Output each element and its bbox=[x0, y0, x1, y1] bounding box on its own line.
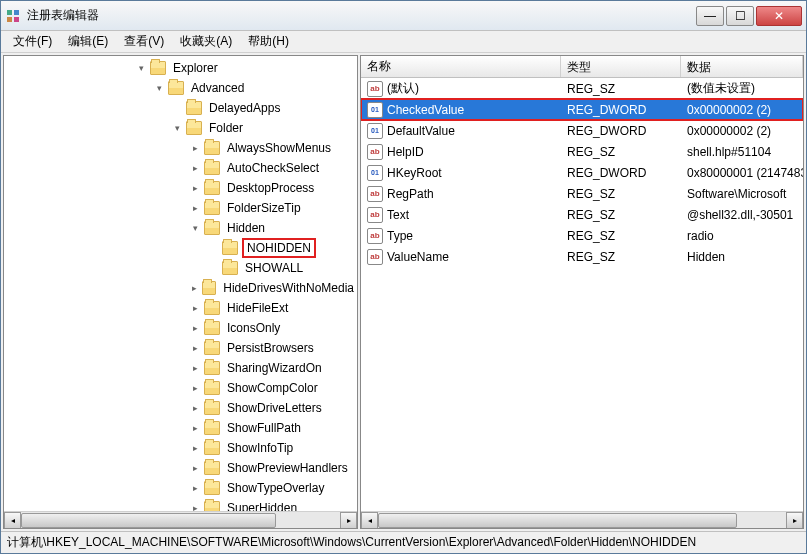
tree-node-autocheckselect[interactable]: ▸AutoCheckSelect bbox=[4, 158, 357, 178]
list-row[interactable]: HelpIDREG_SZshell.hlp#51104 bbox=[361, 141, 803, 162]
menu-edit[interactable]: 编辑(E) bbox=[60, 31, 116, 52]
list-row[interactable]: TextREG_SZ@shell32.dll,-30501 bbox=[361, 204, 803, 225]
tree-node-foldersizetip[interactable]: ▸FolderSizeTip bbox=[4, 198, 357, 218]
svg-rect-0 bbox=[7, 10, 12, 15]
tree-node-hidefileext[interactable]: ▸HideFileExt bbox=[4, 298, 357, 318]
expander-icon[interactable]: ▸ bbox=[188, 501, 202, 511]
tree-node-iconsonly[interactable]: ▸IconsOnly bbox=[4, 318, 357, 338]
expander-icon[interactable]: ▸ bbox=[188, 401, 202, 415]
menu-help[interactable]: 帮助(H) bbox=[240, 31, 297, 52]
tree-node-showcompcolor[interactable]: ▸ShowCompColor bbox=[4, 378, 357, 398]
tree-node-showpreviewhandlers[interactable]: ▸ShowPreviewHandlers bbox=[4, 458, 357, 478]
value-name: Text bbox=[387, 208, 409, 222]
tree-node-sharingwizardon[interactable]: ▸SharingWizardOn bbox=[4, 358, 357, 378]
svg-rect-2 bbox=[7, 17, 12, 22]
tree-node-delayedapps[interactable]: DelayedApps bbox=[4, 98, 357, 118]
menu-file[interactable]: 文件(F) bbox=[5, 31, 60, 52]
expander-icon[interactable]: ▸ bbox=[188, 481, 202, 495]
expander-icon[interactable]: ▸ bbox=[188, 141, 202, 155]
expander-icon[interactable]: ▸ bbox=[188, 321, 202, 335]
scroll-track[interactable] bbox=[21, 512, 340, 529]
close-button[interactable]: ✕ bbox=[756, 6, 802, 26]
menu-favorites[interactable]: 收藏夹(A) bbox=[172, 31, 240, 52]
scroll-track[interactable] bbox=[378, 512, 786, 529]
cell-type: REG_DWORD bbox=[561, 122, 681, 140]
tree-label: PersistBrowsers bbox=[224, 340, 317, 356]
expander-icon[interactable]: ▾ bbox=[188, 221, 202, 235]
expander-icon[interactable]: ▾ bbox=[170, 121, 184, 135]
tree-node-hidedriveswithnomedia[interactable]: ▸HideDrivesWithNoMedia bbox=[4, 278, 357, 298]
tree-node-showtypeoverlay[interactable]: ▸ShowTypeOverlay bbox=[4, 478, 357, 498]
string-value-icon bbox=[367, 207, 383, 223]
cell-data: @shell32.dll,-30501 bbox=[681, 206, 803, 224]
list-row[interactable]: (默认)REG_SZ(数值未设置) bbox=[361, 78, 803, 99]
expander-icon[interactable]: ▸ bbox=[188, 381, 202, 395]
folder-icon bbox=[204, 501, 220, 511]
app-icon bbox=[5, 8, 21, 24]
tree-view[interactable]: ▾Explorer▾AdvancedDelayedApps▾Folder▸Alw… bbox=[4, 56, 357, 511]
column-type[interactable]: 类型 bbox=[561, 56, 681, 77]
tree-node-superhidden[interactable]: ▸SuperHidden bbox=[4, 498, 357, 511]
expander-icon[interactable]: ▸ bbox=[188, 301, 202, 315]
tree-node-explorer[interactable]: ▾Explorer bbox=[4, 58, 357, 78]
tree-node-showfullpath[interactable]: ▸ShowFullPath bbox=[4, 418, 357, 438]
expander-icon[interactable]: ▸ bbox=[188, 361, 202, 375]
tree-node-showdriveletters[interactable]: ▸ShowDriveLetters bbox=[4, 398, 357, 418]
tree-node-showinfotip[interactable]: ▸ShowInfoTip bbox=[4, 438, 357, 458]
expander-icon[interactable]: ▾ bbox=[152, 81, 166, 95]
menu-view[interactable]: 查看(V) bbox=[116, 31, 172, 52]
tree-label: HideDrivesWithNoMedia bbox=[220, 280, 357, 296]
tree-node-showall[interactable]: SHOWALL bbox=[4, 258, 357, 278]
list-row[interactable]: HKeyRootREG_DWORD0x80000001 (2147483649) bbox=[361, 162, 803, 183]
value-name: HKeyRoot bbox=[387, 166, 442, 180]
cell-data: Hidden bbox=[681, 248, 803, 266]
tree-label: HideFileExt bbox=[224, 300, 291, 316]
scroll-thumb[interactable] bbox=[21, 513, 276, 528]
tree-node-folder[interactable]: ▾Folder bbox=[4, 118, 357, 138]
menubar: 文件(F) 编辑(E) 查看(V) 收藏夹(A) 帮助(H) bbox=[1, 31, 806, 53]
tree-panel: ▾Explorer▾AdvancedDelayedApps▾Folder▸Alw… bbox=[3, 55, 358, 529]
status-path: 计算机\HKEY_LOCAL_MACHINE\SOFTWARE\Microsof… bbox=[7, 534, 696, 551]
scroll-left-icon[interactable]: ◂ bbox=[4, 512, 21, 529]
cell-data: 0x00000002 (2) bbox=[681, 101, 803, 119]
column-name[interactable]: 名称 bbox=[361, 56, 561, 77]
expander-icon[interactable]: ▸ bbox=[188, 441, 202, 455]
scroll-right-icon[interactable]: ▸ bbox=[786, 512, 803, 529]
list-row[interactable]: RegPathREG_SZSoftware\Microsoft bbox=[361, 183, 803, 204]
value-name: ValueName bbox=[387, 250, 449, 264]
cell-name: ValueName bbox=[361, 247, 561, 267]
expander-icon[interactable]: ▸ bbox=[188, 421, 202, 435]
expander-icon[interactable]: ▾ bbox=[134, 61, 148, 75]
tree-node-desktopprocess[interactable]: ▸DesktopProcess bbox=[4, 178, 357, 198]
list-row[interactable]: ValueNameREG_SZHidden bbox=[361, 246, 803, 267]
list-row[interactable]: DefaultValueREG_DWORD0x00000002 (2) bbox=[361, 120, 803, 141]
list-view[interactable]: (默认)REG_SZ(数值未设置)CheckedValueREG_DWORD0x… bbox=[361, 78, 803, 511]
expander-icon[interactable]: ▸ bbox=[188, 181, 202, 195]
titlebar[interactable]: 注册表编辑器 — ☐ ✕ bbox=[1, 1, 806, 31]
list-hscroll[interactable]: ◂ ▸ bbox=[361, 511, 803, 528]
tree-node-nohidden[interactable]: NOHIDDEN bbox=[4, 238, 357, 258]
expander-icon[interactable]: ▸ bbox=[188, 461, 202, 475]
cell-type: REG_SZ bbox=[561, 80, 681, 98]
list-row[interactable]: TypeREG_SZradio bbox=[361, 225, 803, 246]
scroll-left-icon[interactable]: ◂ bbox=[361, 512, 378, 529]
tree-node-advanced[interactable]: ▾Advanced bbox=[4, 78, 357, 98]
expander-icon[interactable]: ▸ bbox=[188, 201, 202, 215]
maximize-button[interactable]: ☐ bbox=[726, 6, 754, 26]
scroll-thumb[interactable] bbox=[378, 513, 737, 528]
expander-icon[interactable]: ▸ bbox=[188, 281, 200, 295]
folder-icon bbox=[222, 241, 238, 255]
list-row[interactable]: CheckedValueREG_DWORD0x00000002 (2) bbox=[361, 99, 803, 120]
string-value-icon bbox=[367, 249, 383, 265]
minimize-button[interactable]: — bbox=[696, 6, 724, 26]
folder-icon bbox=[204, 301, 220, 315]
tree-node-persistbrowsers[interactable]: ▸PersistBrowsers bbox=[4, 338, 357, 358]
folder-icon bbox=[204, 381, 220, 395]
expander-icon[interactable]: ▸ bbox=[188, 161, 202, 175]
tree-node-hidden[interactable]: ▾Hidden bbox=[4, 218, 357, 238]
scroll-right-icon[interactable]: ▸ bbox=[340, 512, 357, 529]
column-data[interactable]: 数据 bbox=[681, 56, 803, 77]
tree-node-alwaysshowmenus[interactable]: ▸AlwaysShowMenus bbox=[4, 138, 357, 158]
tree-hscroll[interactable]: ◂ ▸ bbox=[4, 511, 357, 528]
expander-icon[interactable]: ▸ bbox=[188, 341, 202, 355]
